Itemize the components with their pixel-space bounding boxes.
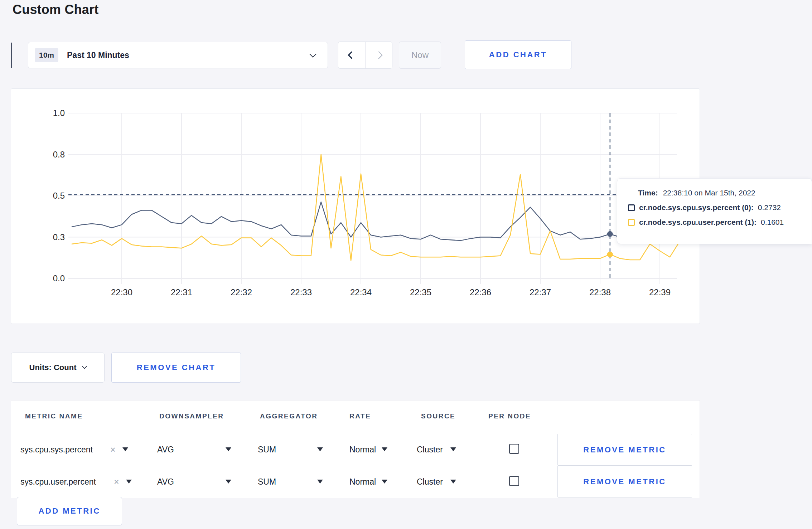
metric-name-select[interactable]: sys.cpu.sys.percent <box>20 445 93 455</box>
units-select[interactable]: Units: Count <box>11 353 105 383</box>
chart-card: 0.00.30.50.81.022:3022:3122:3222:3322:34… <box>11 88 700 324</box>
svg-text:1.0: 1.0 <box>53 108 65 118</box>
svg-text:22:31: 22:31 <box>171 287 192 297</box>
svg-text:22:32: 22:32 <box>231 287 252 297</box>
svg-text:22:34: 22:34 <box>350 287 372 297</box>
col-header-downsampler: DOWNSAMPLER <box>159 412 224 420</box>
svg-text:22:35: 22:35 <box>410 287 431 297</box>
add-metric-button[interactable]: ADD METRIC <box>17 497 122 525</box>
clear-metric-icon[interactable]: × <box>110 445 116 454</box>
source-select[interactable]: Cluster <box>417 445 443 455</box>
metric-name-caret-icon[interactable] <box>126 480 132 484</box>
metric-name-caret-icon[interactable] <box>122 447 128 451</box>
svg-text:0.3: 0.3 <box>53 232 65 242</box>
series-user-swatch-icon <box>628 219 635 226</box>
downsampler-select[interactable]: AVG <box>157 477 174 487</box>
chevron-left-icon <box>348 51 356 59</box>
downsampler-caret-icon[interactable] <box>226 447 231 451</box>
svg-text:22:38: 22:38 <box>589 287 611 297</box>
tooltip-series-sys-label: cr.node.sys.cpu.sys.percent (0): <box>639 203 754 212</box>
downsampler-caret-icon[interactable] <box>226 480 231 484</box>
chevron-down-icon <box>309 50 316 58</box>
col-header-aggregator: AGGREGATOR <box>260 412 318 420</box>
per-node-checkbox[interactable] <box>509 444 519 454</box>
rate-select[interactable]: Normal <box>349 445 376 455</box>
svg-text:0.8: 0.8 <box>53 150 65 159</box>
tooltip-series-sys-value: 0.2732 <box>758 203 781 212</box>
remove-metric-button[interactable]: REMOVE METRIC <box>557 466 692 498</box>
svg-text:22:30: 22:30 <box>111 287 132 297</box>
add-chart-button[interactable]: ADD CHART <box>465 40 571 69</box>
tooltip-time-value: 22:38:10 on Mar 15th, 2022 <box>663 189 755 197</box>
time-series-chart[interactable]: 0.00.30.50.81.022:3022:3122:3222:3322:34… <box>11 89 700 324</box>
per-node-checkbox[interactable] <box>509 476 519 486</box>
col-header-source: SOURCE <box>421 412 455 420</box>
aggregator-select[interactable]: SUM <box>258 445 276 455</box>
svg-text:0.5: 0.5 <box>53 191 65 200</box>
page-title: Custom Chart <box>13 2 98 17</box>
prev-time-button[interactable] <box>338 42 365 68</box>
col-header-per-node: PER NODE <box>488 412 531 420</box>
time-range-label: Past 10 Minutes <box>67 50 302 60</box>
next-time-button[interactable] <box>365 42 392 68</box>
aggregator-caret-icon[interactable] <box>317 447 323 451</box>
tooltip-time-label: Time: <box>638 189 658 197</box>
chevron-down-icon <box>82 364 87 369</box>
chevron-right-icon <box>374 51 383 59</box>
source-caret-icon[interactable] <box>450 480 456 484</box>
svg-text:22:36: 22:36 <box>470 287 491 297</box>
col-header-metric-name: METRIC NAME <box>25 412 83 420</box>
source-select[interactable]: Cluster <box>417 477 443 487</box>
remove-chart-button[interactable]: REMOVE CHART <box>111 353 241 383</box>
aggregator-select[interactable]: SUM <box>258 477 276 487</box>
rate-select[interactable]: Normal <box>349 477 376 487</box>
series-sys-swatch-icon <box>628 204 635 211</box>
source-caret-icon[interactable] <box>450 447 456 451</box>
aggregator-caret-icon[interactable] <box>317 480 323 484</box>
tooltip-series-user-value: 0.1601 <box>761 218 784 227</box>
svg-text:0.0: 0.0 <box>53 273 65 283</box>
time-nav-group <box>338 42 392 69</box>
downsampler-select[interactable]: AVG <box>157 445 174 455</box>
metric-name-select[interactable]: sys.cpu.user.percent <box>20 477 96 487</box>
remove-metric-button[interactable]: REMOVE METRIC <box>557 434 692 466</box>
clear-metric-icon[interactable]: × <box>114 477 119 486</box>
svg-text:22:33: 22:33 <box>290 287 312 297</box>
chart-hover-tooltip: Time: 22:38:10 on Mar 15th, 2022 cr.node… <box>617 178 812 244</box>
tooltip-series-user-label: cr.node.sys.cpu.user.percent (1): <box>639 218 757 227</box>
col-header-rate: RATE <box>349 412 371 420</box>
time-range-select[interactable]: 10m Past 10 Minutes <box>28 42 328 68</box>
rate-caret-icon[interactable] <box>382 447 387 451</box>
svg-text:22:39: 22:39 <box>649 287 671 297</box>
svg-text:22:37: 22:37 <box>530 287 551 297</box>
now-button[interactable]: Now <box>399 42 441 69</box>
units-label: Units: Count <box>29 363 77 372</box>
rate-caret-icon[interactable] <box>382 480 387 484</box>
toolbar-divider <box>11 43 12 68</box>
time-range-badge: 10m <box>35 48 58 62</box>
